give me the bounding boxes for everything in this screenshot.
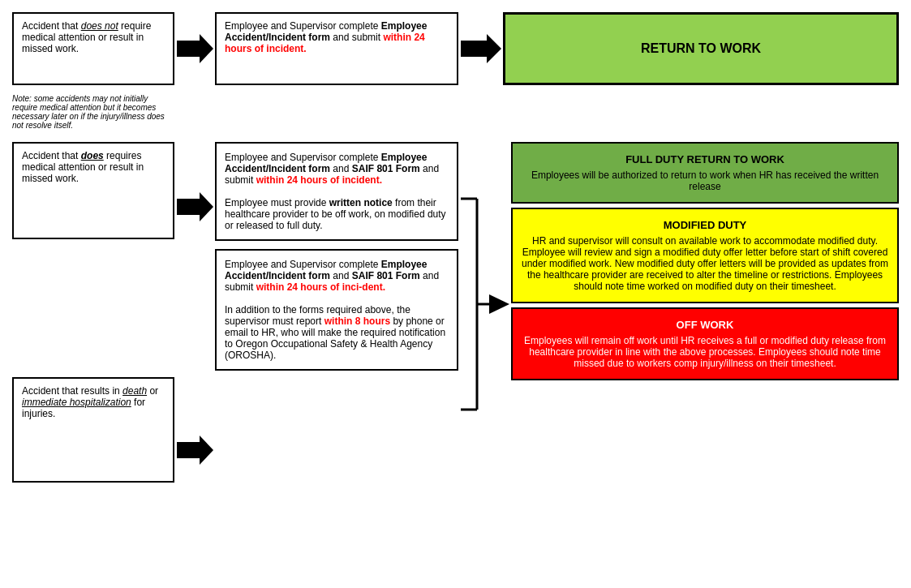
arrow-4 <box>177 436 213 465</box>
svg-marker-2 <box>177 192 213 221</box>
big-arrow-col <box>458 142 511 483</box>
note-content: Note: some accidents may not initially r… <box>12 94 165 130</box>
return-to-work-box: RETURN TO WORK <box>503 12 899 85</box>
full-duty-box: FULL DUTY RETURN TO WORK Employees will … <box>511 142 899 204</box>
accident-3-text: Accident that results in death or immedi… <box>22 385 158 419</box>
arrow-icon-3 <box>177 192 213 221</box>
modified-duty-box: MODIFIED DUTY HR and supervisor will con… <box>511 208 899 303</box>
mid-box-2: Employee and Supervisor complete Employe… <box>215 142 458 241</box>
full-duty-title: FULL DUTY RETURN TO WORK <box>521 153 889 165</box>
modified-duty-title: MODIFIED DUTY <box>521 219 889 231</box>
accident-box-2: Accident that does requires medical atte… <box>12 142 174 239</box>
mid2-para1: Employee and Supervisor complete Employe… <box>225 152 449 186</box>
arrow-icon-1 <box>177 34 213 63</box>
mid3-para1: Employee and Supervisor complete Employe… <box>225 259 449 293</box>
accident-2-text: Accident that does requires medical atte… <box>22 150 144 184</box>
row1: Accident that does not require medical a… <box>12 12 899 85</box>
modified-duty-body: HR and supervisor will consult on availa… <box>521 235 889 292</box>
mid-box-3: Employee and Supervisor complete Employe… <box>215 249 458 371</box>
return-title: RETURN TO WORK <box>641 41 761 56</box>
accident-1-text: Accident that does not require medical a… <box>22 20 151 54</box>
svg-marker-8 <box>489 294 509 314</box>
mid1-text: Employee and Supervisor complete Employe… <box>225 20 427 54</box>
death-text: death <box>122 385 147 397</box>
does-not-text: does not <box>81 20 118 32</box>
arrow-icon-4 <box>177 436 213 465</box>
arrow-1 <box>174 34 215 63</box>
lower-section: Accident that does requires medical atte… <box>12 142 899 483</box>
accident-box-3: Accident that results in death or immedi… <box>12 377 174 483</box>
svg-marker-3 <box>177 436 213 465</box>
accident-box-1: Accident that does not require medical a… <box>12 12 174 85</box>
mid3-para2: In addition to the forms required above,… <box>225 304 449 361</box>
bracket-arrow-icon <box>461 142 509 483</box>
mid-col: Employee and Supervisor complete Employe… <box>215 142 458 483</box>
arrow-2 <box>458 34 503 63</box>
svg-marker-1 <box>461 34 501 63</box>
does-text: does <box>81 150 104 161</box>
svg-marker-0 <box>177 34 213 63</box>
note-row: Note: some accidents may not initially r… <box>12 90 899 134</box>
off-work-box: OFF WORK Employees will remain off work … <box>511 307 899 380</box>
arrow-icon-2 <box>461 34 501 63</box>
arrow-3 <box>177 192 213 221</box>
right-col: FULL DUTY RETURN TO WORK Employees will … <box>511 142 899 483</box>
off-work-body: Employees will remain off work until HR … <box>521 335 889 369</box>
off-work-title: OFF WORK <box>521 319 889 331</box>
left-col: Accident that does requires medical atte… <box>12 142 174 483</box>
arrow-col-left <box>174 142 215 483</box>
mid2-para2: Employee must provide written notice fro… <box>225 197 449 231</box>
note-text: Note: some accidents may not initially r… <box>12 90 174 134</box>
hospitalization-text: immediate hospitalization <box>22 397 131 408</box>
full-duty-body: Employees will be authorized to return t… <box>521 170 889 192</box>
mid-box-1: Employee and Supervisor complete Employe… <box>215 12 458 85</box>
